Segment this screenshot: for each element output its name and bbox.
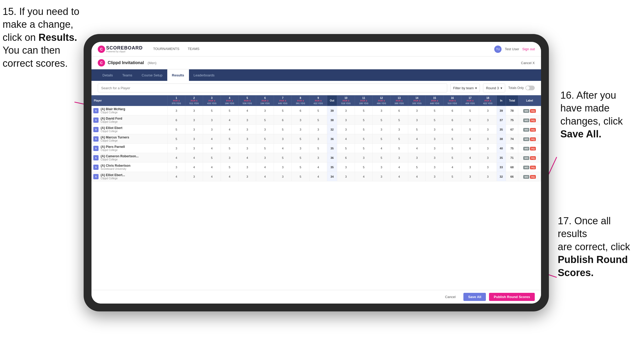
wd-button[interactable]: WD (523, 166, 529, 169)
hole-7-score[interactable]: 6 (274, 115, 292, 125)
hole-3-score[interactable]: 5 (203, 106, 221, 115)
hole-11-score[interactable]: 5 (355, 115, 373, 125)
hole-13-score[interactable]: 5 (390, 134, 408, 144)
hole-14-score[interactable]: 4 (408, 144, 426, 153)
tab-leaderboards[interactable]: Leaderboards (189, 69, 219, 81)
hole-6-score[interactable]: 3 (256, 106, 274, 115)
hole-7-score[interactable]: 3 (274, 134, 292, 144)
hole-16-score[interactable]: 5 (444, 144, 461, 153)
cancel-action-button[interactable]: Cancel (440, 293, 460, 301)
tab-course-setup[interactable]: Course Setup (137, 69, 167, 81)
hole-16-score[interactable]: 5 (444, 172, 461, 181)
hole-10-score[interactable]: 4 (337, 134, 355, 144)
hole-5-score[interactable]: 3 (238, 172, 256, 181)
hole-5-score[interactable]: 3 (238, 134, 256, 144)
hole-11-score[interactable]: 5 (355, 125, 373, 134)
hole-1-score[interactable]: 4 (168, 172, 185, 181)
hole-10-score[interactable]: 6 (337, 153, 355, 163)
hole-10-score[interactable]: 5 (337, 144, 355, 153)
hole-9-score[interactable]: 3 (309, 153, 327, 163)
hole-8-score[interactable]: 3 (292, 115, 309, 125)
hole-16-score[interactable]: 4 (444, 163, 461, 172)
hole-15-score[interactable]: 5 (426, 115, 444, 125)
hole-8-score[interactable]: 3 (292, 125, 309, 134)
hole-17-score[interactable]: 5 (461, 115, 479, 125)
hole-12-score[interactable]: 3 (372, 163, 390, 172)
hole-1-score[interactable]: 6 (168, 115, 185, 125)
hole-4-score[interactable]: 4 (221, 115, 238, 125)
hole-11-score[interactable]: 5 (355, 134, 373, 144)
hole-5-score[interactable]: 3 (238, 115, 256, 125)
hole-1-score[interactable]: 3 (168, 163, 185, 172)
hole-1-score[interactable]: 5 (168, 134, 185, 144)
hole-17-score[interactable]: 4 (461, 134, 479, 144)
scores-container[interactable]: Player 1PAR 4370 YDS 2PAR 5511 YDS 3PAR … (91, 95, 541, 290)
hole-12-score[interactable]: 5 (372, 134, 390, 144)
hole-15-score[interactable]: 3 (426, 134, 444, 144)
dq-button[interactable]: DQ (530, 109, 536, 113)
hole-9-score[interactable]: 3 (309, 125, 327, 134)
hole-16-score[interactable]: 6 (444, 125, 461, 134)
hole-11-score[interactable]: 4 (355, 172, 373, 181)
wd-button[interactable]: WD (523, 119, 529, 122)
hole-3-score[interactable]: 4 (203, 144, 221, 153)
hole-11-score[interactable]: 5 (355, 144, 373, 153)
hole-13-score[interactable]: 3 (390, 125, 408, 134)
hole-16-score[interactable]: 5 (444, 153, 461, 163)
hole-15-score[interactable]: 3 (426, 125, 444, 134)
hole-8-score[interactable]: 5 (292, 153, 309, 163)
hole-11-score[interactable]: 3 (355, 153, 373, 163)
tab-teams[interactable]: Teams (118, 69, 137, 81)
hole-18-score[interactable]: 3 (479, 163, 497, 172)
hole-3-score[interactable]: 4 (203, 163, 221, 172)
hole-8-score[interactable]: 5 (292, 134, 309, 144)
hole-2-score[interactable]: 4 (185, 153, 203, 163)
wd-button[interactable]: WD (523, 109, 529, 113)
hole-2-score[interactable]: 3 (185, 172, 203, 181)
tab-results[interactable]: Results (167, 69, 189, 81)
hole-8-score[interactable]: 3 (292, 144, 309, 153)
hole-2-score[interactable]: 3 (185, 115, 203, 125)
hole-3-score[interactable]: 5 (203, 153, 221, 163)
hole-12-score[interactable]: 3 (372, 172, 390, 181)
hole-17-score[interactable]: 6 (461, 144, 479, 153)
hole-15-score[interactable]: 3 (426, 153, 444, 163)
hole-12-score[interactable]: 5 (372, 153, 390, 163)
hole-11-score[interactable]: 5 (355, 163, 373, 172)
hole-8-score[interactable]: 5 (292, 163, 309, 172)
dq-button[interactable]: DQ (530, 166, 536, 169)
hole-6-score[interactable]: 3 (256, 125, 274, 134)
hole-16-score[interactable]: 6 (444, 106, 461, 115)
hole-11-score[interactable]: 5 (355, 106, 373, 115)
hole-6-score[interactable]: 4 (256, 163, 274, 172)
hole-13-score[interactable]: 5 (390, 144, 408, 153)
hole-17-score[interactable]: 5 (461, 106, 479, 115)
tab-details[interactable]: Details (98, 69, 118, 81)
hole-9-score[interactable]: 4 (309, 172, 327, 181)
hole-13-score[interactable]: 6 (390, 106, 408, 115)
save-all-button[interactable]: Save All (463, 293, 486, 301)
hole-3-score[interactable]: 4 (203, 172, 221, 181)
wd-button[interactable]: WD (523, 156, 529, 160)
hole-2-score[interactable]: 3 (185, 106, 203, 115)
hole-18-score[interactable]: 3 (479, 144, 497, 153)
hole-9-score[interactable]: 3 (309, 134, 327, 144)
hole-1-score[interactable]: 5 (168, 125, 185, 134)
hole-4-score[interactable]: 5 (221, 106, 238, 115)
hole-16-score[interactable]: 5 (444, 134, 461, 144)
dq-button[interactable]: DQ (530, 156, 536, 160)
hole-18-score[interactable]: 3 (479, 172, 497, 181)
hole-14-score[interactable]: 4 (408, 134, 426, 144)
hole-6-score[interactable]: 4 (256, 172, 274, 181)
hole-1-score[interactable]: 4 (168, 153, 185, 163)
hole-5-score[interactable]: 3 (238, 163, 256, 172)
wd-button[interactable]: WD (523, 137, 529, 141)
hole-13-score[interactable]: 4 (390, 172, 408, 181)
hole-6-score[interactable]: 5 (256, 115, 274, 125)
wd-button[interactable]: WD (523, 147, 529, 150)
hole-4-score[interactable]: 5 (221, 163, 238, 172)
hole-6-score[interactable]: 5 (256, 144, 274, 153)
hole-14-score[interactable]: 5 (408, 163, 426, 172)
hole-12-score[interactable]: 3 (372, 125, 390, 134)
filter-team-dropdown[interactable]: Filter by team ▾ (450, 83, 480, 92)
